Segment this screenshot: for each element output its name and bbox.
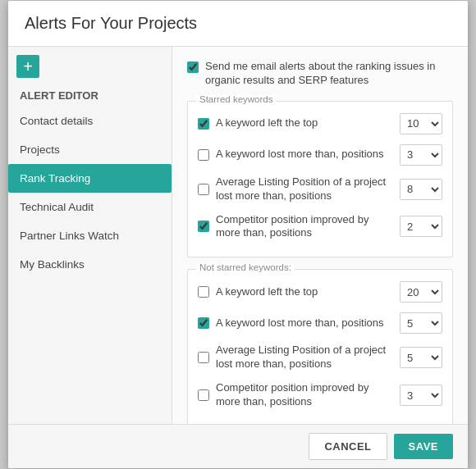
- sidebar-item-projects[interactable]: Projects: [8, 135, 172, 164]
- not-starred-section: Not starred keywords: A keyword left the…: [187, 269, 453, 424]
- add-button[interactable]: +: [16, 55, 39, 78]
- keyword-label-nstarred-4: Competitor position improved by more tha…: [216, 381, 393, 409]
- modal-body: + Alert editor Contact detailsProjectsRa…: [8, 47, 468, 424]
- checkbox-starred-3[interactable]: [198, 184, 209, 195]
- email-alert-checkbox[interactable]: [187, 61, 199, 73]
- keyword-select-starred-4[interactable]: 123456781015202530: [400, 216, 442, 237]
- keyword-row-nstarred-1: A keyword left the top123456781015202530: [198, 281, 442, 303]
- keyword-label-starred-2: A keyword lost more than, positions: [216, 148, 393, 162]
- keyword-select-nstarred-1[interactable]: 123456781015202530: [400, 281, 442, 303]
- sidebar-item-rank-tracking[interactable]: Rank Tracking: [8, 164, 172, 193]
- save-button[interactable]: SAVE: [394, 434, 453, 459]
- checkbox-nstarred-3[interactable]: [198, 352, 209, 363]
- keyword-label-starred-3: Average Listing Position of a project lo…: [216, 175, 393, 203]
- keyword-row-nstarred-4: Competitor position improved by more tha…: [198, 381, 442, 409]
- keyword-label-nstarred-3: Average Listing Position of a project lo…: [216, 344, 393, 371]
- starred-rows-container: A keyword left the top123456781015202530…: [188, 102, 452, 257]
- keyword-select-starred-3[interactable]: 123456781015202530: [400, 179, 442, 200]
- keyword-label-starred-1: A keyword left the top: [216, 116, 393, 130]
- content-area: Send me email alerts about the ranking i…: [172, 47, 468, 424]
- keyword-select-nstarred-4[interactable]: 123456781015202530: [400, 385, 442, 406]
- modal-title: Alerts For Your Projects: [8, 1, 468, 47]
- sidebar-item-contact-details[interactable]: Contact details: [8, 107, 172, 135]
- sidebar-item-technical-audit[interactable]: Technical Audit: [8, 193, 172, 221]
- checkbox-nstarred-2[interactable]: [198, 317, 209, 329]
- starred-section-label: Starred keywords: [196, 94, 276, 104]
- keyword-row-starred-4: Competitor position improved by more tha…: [198, 213, 442, 241]
- email-alert-row: Send me email alerts about the ranking i…: [187, 60, 453, 88]
- keyword-row-nstarred-2: A keyword lost more than, positions12345…: [198, 312, 442, 334]
- keyword-label-nstarred-1: A keyword left the top: [216, 285, 393, 299]
- checkbox-nstarred-1[interactable]: [198, 286, 209, 298]
- not-starred-rows-container: A keyword left the top123456781015202530…: [188, 270, 452, 424]
- sidebar-item-partner-links-watch[interactable]: Partner Links Watch: [8, 221, 172, 250]
- keyword-row-starred-2: A keyword lost more than, positions12345…: [198, 144, 442, 166]
- checkbox-nstarred-4[interactable]: [198, 389, 209, 401]
- keyword-row-nstarred-3: Average Listing Position of a project lo…: [198, 344, 442, 371]
- starred-section: Starred keywords A keyword left the top1…: [187, 101, 453, 258]
- keyword-label-starred-4: Competitor position improved by more tha…: [216, 213, 393, 241]
- checkbox-starred-1[interactable]: [198, 118, 209, 130]
- keyword-select-starred-1[interactable]: 123456781015202530: [400, 113, 442, 134]
- modal-footer: CANCEL SAVE: [8, 424, 468, 468]
- keyword-label-nstarred-2: A keyword lost more than, positions: [216, 316, 393, 330]
- cancel-button[interactable]: CANCEL: [309, 433, 387, 460]
- sidebar-section-title: Alert editor: [8, 84, 172, 107]
- not-starred-section-label: Not starred keywords:: [196, 262, 295, 272]
- keyword-row-starred-3: Average Listing Position of a project lo…: [198, 175, 442, 203]
- keyword-select-nstarred-2[interactable]: 123456781015202530: [400, 312, 442, 334]
- keyword-select-nstarred-3[interactable]: 123456781015202530: [400, 347, 442, 368]
- checkbox-starred-4[interactable]: [198, 221, 209, 232]
- alert-modal: Alerts For Your Projects + Alert editor …: [8, 1, 468, 468]
- sidebar-item-my-backlinks[interactable]: My Backlinks: [8, 250, 172, 279]
- checkbox-starred-2[interactable]: [198, 149, 209, 161]
- keyword-row-starred-1: A keyword left the top123456781015202530: [198, 113, 442, 134]
- keyword-select-starred-2[interactable]: 123456781015202530: [400, 144, 442, 166]
- sidebar: + Alert editor Contact detailsProjectsRa…: [8, 47, 172, 424]
- sidebar-items-container: Contact detailsProjectsRank TrackingTech…: [8, 107, 172, 279]
- email-alert-label: Send me email alerts about the ranking i…: [205, 60, 453, 88]
